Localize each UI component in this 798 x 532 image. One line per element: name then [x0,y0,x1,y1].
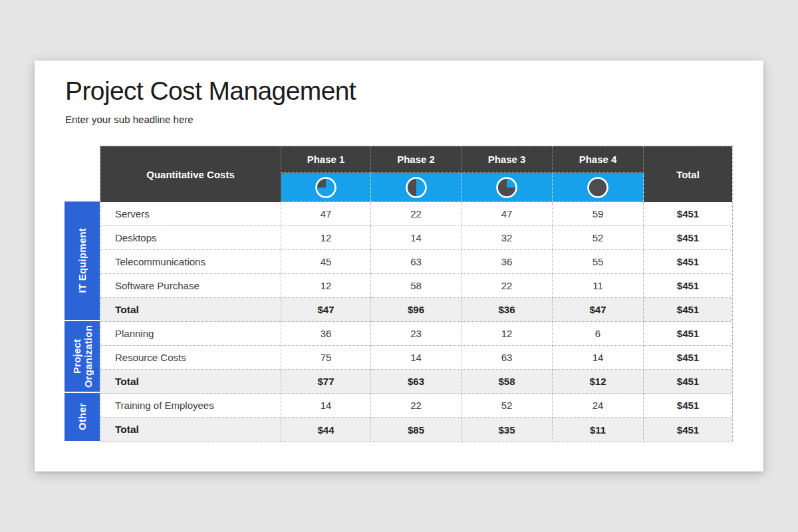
cost-value-cell: 47 [462,202,553,226]
row-label: Telecommunications [100,250,281,274]
row-total-cell: $451 [644,226,732,250]
cost-value-cell: 22 [371,202,462,226]
row-total-cell: $451 [644,202,732,226]
pie-chart-icon-phase-3 [495,176,519,200]
row-total-cell: $451 [644,298,732,322]
phase-4-progress-cell [553,173,644,202]
row-label: Desktops [100,226,281,250]
cost-value-cell: 36 [462,250,553,274]
total-header: Total [644,146,732,202]
cost-value-cell: 12 [462,322,553,346]
pie-chart-icon-phase-4 [586,176,610,200]
row-label: Training of Employees [100,394,281,418]
category-block-other: Other [65,393,100,441]
slide: Project Cost Management Enter your sub h… [35,61,763,471]
cost-table-area: IT EquipmentProject OrganizationOther Qu… [65,146,733,442]
cost-value-cell: $44 [281,418,371,442]
cost-value-cell: $12 [553,370,644,394]
category-sidebar: IT EquipmentProject OrganizationOther [65,146,100,441]
row-total-cell: $451 [644,250,732,274]
cost-value-cell: 23 [371,322,462,346]
cost-value-cell: 63 [371,250,462,274]
cost-value-cell: 14 [281,394,371,418]
cost-value-cell: $58 [462,370,553,394]
cost-value-cell: 47 [281,202,371,226]
cost-value-cell: 11 [553,274,644,298]
phase-3-progress-cell [462,173,553,202]
category-label: Project Organization [71,321,94,392]
phase-3-header: Phase 3 [462,146,553,173]
cost-value-cell: 36 [281,322,371,346]
cost-value-cell: $63 [371,370,462,394]
cost-value-cell: 12 [281,274,371,298]
phase-4-header: Phase 4 [553,146,644,173]
cost-value-cell: 22 [371,394,462,418]
row-total-cell: $451 [644,370,732,394]
category-block-project-organization: Project Organization [65,321,100,392]
row-total-cell: $451 [644,346,732,370]
phase-2-header: Phase 2 [371,146,462,173]
phase-2-progress-cell [371,173,462,202]
page-subtitle: Enter your sub headline here [65,114,194,125]
cost-value-cell: 75 [281,346,371,370]
cost-value-cell: $11 [553,418,644,442]
page-title: Project Cost Management [65,76,356,106]
cost-value-cell: 24 [553,394,644,418]
cost-value-cell: $85 [371,418,462,442]
row-label: Resource Costs [100,346,281,370]
category-block-it-equipment: IT Equipment [65,201,100,320]
cost-value-cell: 63 [462,346,553,370]
cost-value-cell: $77 [281,370,371,394]
cost-value-cell: 14 [371,226,462,250]
cost-value-cell: 52 [462,394,553,418]
corner-header: Quantitative Costs [100,146,281,202]
category-label: IT Equipment [76,228,88,293]
cost-value-cell: $35 [462,418,553,442]
cost-table: Quantitative Costs Phase 1 Phase 2 Phase… [100,146,733,442]
row-total-cell: $451 [644,274,732,298]
row-total-cell: $451 [644,418,732,442]
cost-value-cell: 14 [553,346,644,370]
cost-value-cell: $47 [281,298,371,322]
cost-value-cell: 58 [371,274,462,298]
cost-value-cell: 22 [462,274,553,298]
cost-value-cell: 14 [371,346,462,370]
pie-chart-icon-phase-2 [404,176,428,200]
cost-value-cell: $36 [462,298,553,322]
cost-value-cell: 12 [281,226,371,250]
cost-value-cell: 32 [462,226,553,250]
row-label: Software Purchase [100,274,281,298]
phase-1-progress-cell [281,173,371,202]
row-label: Planning [100,322,281,346]
cost-value-cell: $47 [553,298,644,322]
cost-value-cell: $96 [371,298,462,322]
cost-value-cell: 52 [553,226,644,250]
group-total-row-label: Total [100,298,281,322]
cost-value-cell: 6 [553,322,644,346]
row-label: Servers [100,202,281,226]
cost-value-cell: 45 [281,250,371,274]
pie-chart-icon-phase-1 [314,176,338,200]
group-total-row-label: Total [100,418,281,442]
cost-value-cell: 59 [553,202,644,226]
row-total-cell: $451 [644,322,732,346]
phase-1-header: Phase 1 [281,146,371,173]
category-label: Other [76,403,88,430]
cost-value-cell: 55 [553,250,644,274]
group-total-row-label: Total [100,370,281,394]
canvas-background: Project Cost Management Enter your sub h… [0,0,798,532]
row-total-cell: $451 [644,394,732,418]
